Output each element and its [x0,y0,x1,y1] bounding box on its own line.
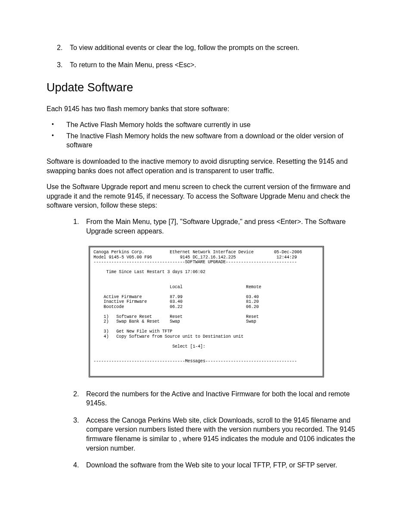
step-number: 2. [47,389,86,408]
step-number: 3. [47,60,70,70]
procedure-steps-a: 1. From the Main Menu, type [7], "Softwa… [47,217,364,236]
list-item: 3. Access the Canoga Perkins Web site, c… [47,416,364,453]
bullet-list: • The Active Flash Memory holds the soft… [47,120,364,150]
bullet-text: The Active Flash Memory holds the softwa… [66,120,364,130]
step-text: To return to the Main Menu, press <Esc>. [70,60,364,70]
paragraph: Use the Software Upgrade report and menu… [47,182,364,210]
bullet-text: The Inactive Flash Memory holds the new … [66,131,364,150]
step-text: To view additional events or clear the l… [70,43,364,53]
list-item: 4. Download the software from the Web si… [47,460,364,470]
terminal-text: Canoga Perkins Corp. Ethernet Network In… [93,250,319,364]
procedure-steps-b: 2. Record the numbers for the Active and… [47,389,364,470]
bullet-icon: • [47,131,66,150]
list-item: • The Inactive Flash Memory holds the ne… [47,131,364,150]
step-number: 2. [47,43,70,53]
bullet-icon: • [47,120,66,130]
step-number: 1. [47,217,86,236]
list-item: 1. From the Main Menu, type [7], "Softwa… [47,217,364,236]
list-item: 2. Record the numbers for the Active and… [47,389,364,408]
list-item: • The Active Flash Memory holds the soft… [47,120,364,130]
step-text: Download the software from the Web site … [86,460,364,470]
top-continuing-steps: 2. To view additional events or clear th… [47,43,364,69]
step-number: 3. [47,416,86,453]
terminal-screenshot: Canoga Perkins Corp. Ethernet Network In… [89,246,324,377]
paragraph: Software is downloaded to the inactive m… [47,157,364,175]
step-number: 4. [47,460,86,470]
step-text: Record the numbers for the Active and In… [86,389,364,408]
step-text: From the Main Menu, type [7], "Software … [86,217,364,236]
list-item: 2. To view additional events or clear th… [47,43,364,53]
list-item: 3. To return to the Main Menu, press <Es… [47,60,364,70]
section-heading: Update Software [47,80,364,95]
intro-paragraph: Each 9145 has two flash memory banks tha… [47,104,364,114]
step-text: Access the Canoga Perkins Web site, clic… [86,416,364,453]
